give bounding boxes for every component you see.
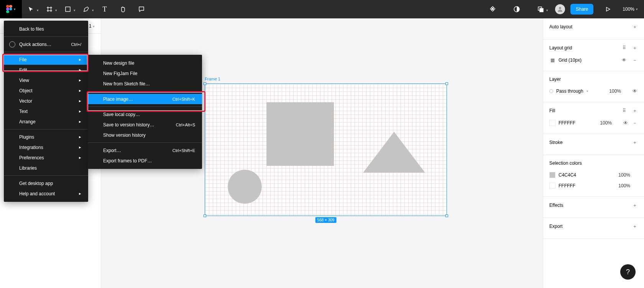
comment-tool[interactable] xyxy=(132,0,151,18)
menu-help[interactable]: Help and account▸ xyxy=(4,188,88,199)
menu-integrations[interactable]: Integrations▸ xyxy=(4,142,88,152)
resize-handle[interactable] xyxy=(204,82,206,85)
blend-mode[interactable]: Pass through xyxy=(556,88,583,94)
help-icon: ? xyxy=(626,268,630,276)
add-icon[interactable]: ＋ xyxy=(632,24,638,30)
minus-icon[interactable]: － xyxy=(632,120,638,126)
components-icon[interactable] xyxy=(484,0,502,18)
grid-label[interactable]: Grid (10px) xyxy=(559,57,582,63)
menu-quick-actions[interactable]: Quick actions…Ctrl+/ xyxy=(4,39,88,49)
menu-text[interactable]: Text▸ xyxy=(4,106,88,116)
pen-tool[interactable]: ▾ xyxy=(77,0,95,18)
resize-handle[interactable] xyxy=(445,214,448,217)
svg-point-3 xyxy=(10,8,12,10)
menu-plugins[interactable]: Plugins▸ xyxy=(4,132,88,142)
properties-panel: Auto layout＋ Layout grid ⠿＋ ▦ Grid (10px… xyxy=(543,18,644,288)
menu-vector[interactable]: Vector▸ xyxy=(4,96,88,106)
sel-hex[interactable]: FFFFFF xyxy=(559,183,575,188)
frame-tool[interactable]: ▾ xyxy=(40,0,59,18)
move-tool[interactable]: ▾ xyxy=(22,0,40,18)
opacity-value[interactable]: 100% xyxy=(609,88,621,94)
blend-icon xyxy=(549,89,553,93)
menu-show-history[interactable]: Show version history xyxy=(88,130,202,140)
frame-label[interactable]: Frame 1 xyxy=(205,77,220,81)
grid-styles-icon[interactable]: ⠿ xyxy=(621,45,627,51)
menu-get-desktop[interactable]: Get desktop app xyxy=(4,178,88,188)
svg-rect-0 xyxy=(6,5,9,8)
section-selection-colors: Selection colors xyxy=(549,160,582,166)
add-icon[interactable]: ＋ xyxy=(632,108,638,114)
menu-preferences[interactable]: Preferences▸ xyxy=(4,152,88,163)
comment-icon xyxy=(138,6,145,13)
main-menu-button[interactable]: ▾ xyxy=(0,0,22,18)
svg-rect-2 xyxy=(6,8,9,10)
menu-file[interactable]: File▸ xyxy=(4,54,88,65)
menu-object[interactable]: Object▸ xyxy=(4,85,88,96)
polygon-shape[interactable] xyxy=(363,132,425,173)
menu-export-pdf[interactable]: Export frames to PDF… xyxy=(88,155,202,166)
menu-new-figjam[interactable]: New FigJam File xyxy=(88,68,202,79)
menu-libraries[interactable]: Libraries xyxy=(4,163,88,173)
shape-tool[interactable]: ▾ xyxy=(59,0,77,18)
styles-icon[interactable]: ⠿ xyxy=(621,108,627,114)
frame-1[interactable] xyxy=(205,83,447,216)
ellipse-shape[interactable] xyxy=(228,170,262,204)
add-icon[interactable]: ＋ xyxy=(632,202,638,208)
help-button[interactable]: ? xyxy=(620,264,636,280)
svg-rect-9 xyxy=(66,7,70,11)
sel-pct[interactable]: 100% xyxy=(618,172,630,178)
user-icon xyxy=(557,6,563,12)
fill-hex[interactable]: FFFFFF xyxy=(559,120,575,126)
menu-back-to-files[interactable]: Back to files xyxy=(4,24,88,34)
eye-icon[interactable]: 👁 xyxy=(623,120,629,126)
resize-handle[interactable] xyxy=(445,82,448,85)
chevron-right-icon: ▸ xyxy=(79,57,81,62)
share-button[interactable]: Share xyxy=(570,4,593,15)
section-layout-grid: Layout grid xyxy=(549,45,572,51)
chevron-down-icon: ▾ xyxy=(14,7,16,11)
menu-new-design[interactable]: New design file xyxy=(88,58,202,68)
avatar[interactable] xyxy=(555,4,565,14)
dimensions-badge: 568 × 309 xyxy=(315,217,337,223)
section-export: Export xyxy=(549,224,563,229)
hand-icon xyxy=(120,6,127,13)
menu-view[interactable]: View▸ xyxy=(4,75,88,85)
hand-tool[interactable] xyxy=(114,0,132,18)
menu-save-version[interactable]: Save to version history…Ctrl+Alt+S xyxy=(88,119,202,130)
section-fill: Fill xyxy=(549,108,555,113)
menu-place-image[interactable]: Place image…Ctrl+Shift+K xyxy=(88,94,202,104)
sel-hex[interactable]: C4C4C4 xyxy=(559,172,576,178)
section-effects: Effects xyxy=(549,203,563,208)
sel-pct[interactable]: 100% xyxy=(618,183,630,188)
grid-icon[interactable]: ▦ xyxy=(549,57,555,63)
rectangle-shape[interactable] xyxy=(266,102,334,166)
section-layer: Layer xyxy=(549,77,561,82)
svg-rect-4 xyxy=(6,10,9,13)
menu-edit[interactable]: Edit▸ xyxy=(4,65,88,75)
menu-new-sketch[interactable]: New from Sketch file… xyxy=(88,79,202,89)
boolean-icon[interactable]: ▾ xyxy=(531,0,550,18)
eye-icon[interactable]: 👁 xyxy=(621,57,627,63)
menu-arrange[interactable]: Arrange▸ xyxy=(4,116,88,127)
file-submenu: New design file New FigJam File New from… xyxy=(88,55,202,169)
sel-swatch[interactable] xyxy=(549,172,555,178)
fill-opacity[interactable]: 100% xyxy=(600,120,612,126)
add-icon[interactable]: ＋ xyxy=(632,45,638,51)
minus-icon[interactable]: － xyxy=(632,57,638,63)
resize-handle[interactable] xyxy=(204,214,206,217)
mask-icon[interactable] xyxy=(508,0,526,18)
present-button[interactable] xyxy=(599,0,617,18)
zoom-level[interactable]: 100%▾ xyxy=(623,7,638,12)
eye-icon[interactable]: 👁 xyxy=(632,88,638,94)
svg-point-13 xyxy=(559,7,561,9)
fill-swatch[interactable] xyxy=(549,120,555,126)
menu-export[interactable]: Export…Ctrl+Shift+E xyxy=(88,145,202,155)
section-stroke: Stroke xyxy=(549,140,563,145)
text-tool[interactable]: T xyxy=(95,0,114,18)
top-toolbar: ▾ ▾ ▾ ▾ ▾ T ▾ S xyxy=(0,0,644,18)
add-icon[interactable]: ＋ xyxy=(632,139,638,146)
add-icon[interactable]: ＋ xyxy=(632,223,638,229)
svg-rect-12 xyxy=(540,8,543,12)
menu-save-local[interactable]: Save local copy… xyxy=(88,109,202,119)
sel-swatch[interactable] xyxy=(549,183,555,189)
